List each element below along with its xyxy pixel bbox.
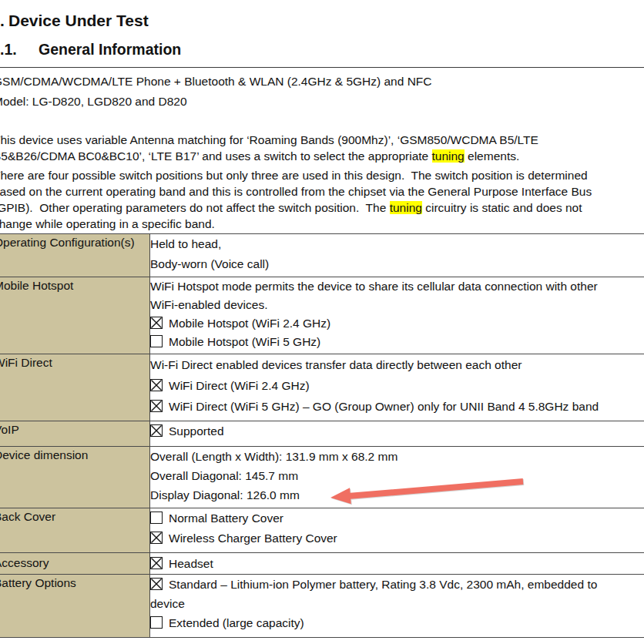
switch-line-1: There are four possible switch positions… [0, 167, 592, 183]
row-label-back-cover: Back Cover [0, 508, 150, 553]
checkbox-checked-icon [150, 400, 163, 412]
subsection-title: General Information [39, 41, 181, 59]
antenna-line-1: This device uses variable Antenna matchi… [0, 132, 538, 148]
highlight-tuning: tuning [432, 149, 465, 163]
value-line: Wi-Fi Direct enabled devices transfer da… [150, 354, 644, 375]
table-row-operating-configurations: Operating Configuration(s) Held to head,… [0, 234, 644, 277]
value-line: WiFi-enabled devices. [150, 296, 644, 314]
checkbox-checked-icon [150, 532, 163, 544]
checkbox-line: Extended (large capacity) [150, 613, 644, 632]
heading-divider [0, 67, 644, 68]
switch-line-3: (GPIB). Other operating parameters do no… [0, 200, 592, 216]
checkbox-label: Supported [169, 424, 224, 438]
switch-line-2: based on the current operating band and … [0, 183, 592, 200]
checkbox-label: WiFi Direct (WiFi 2.4 GHz) [169, 379, 310, 392]
checkbox-unchecked-icon [150, 616, 163, 629]
checkbox-label: Normal Battery Cover [169, 512, 283, 525]
value-line: Overall Diagonal: 145.7 mm [150, 466, 644, 485]
checkbox-label: Standard – Lithium-ion Polymer battery, … [169, 578, 597, 591]
intro-paragraph: GSM/CDMA/WCDMA/LTE Phone + Bluetooth & W… [0, 72, 432, 112]
checkbox-label: Mobile Hotspot (WiFi 5 GHz) [169, 335, 320, 348]
antenna-paragraph: This device uses variable Antenna matchi… [0, 132, 538, 164]
document-sheet: . Device Under Test .1. General Informat… [0, 0, 644, 644]
value-line: Held to head, [150, 234, 644, 254]
row-value-battery-options: Standard – Lithium-ion Polymer battery, … [150, 575, 644, 638]
checkbox-line: Standard – Lithium-ion Polymer battery, … [150, 575, 644, 594]
general-information-table: Operating Configuration(s) Held to head,… [0, 233, 644, 638]
checkbox-checked-icon [150, 317, 163, 329]
highlight-tuning: tuning [390, 201, 422, 214]
checkbox-label: Extended (large capacity) [169, 616, 304, 629]
row-value-device-dimension: Overall (Length x Width): 131.9 mm x 68.… [150, 447, 644, 508]
checkbox-label: Mobile Hotspot (WiFi 2.4 GHz) [169, 317, 330, 330]
checkbox-line: Supported [150, 421, 644, 441]
checkbox-label: WiFi Direct (WiFi 5 GHz) – GO (Group Own… [169, 400, 599, 413]
row-value-mobile-hotspot: WiFi Hotspot mode permits the device to … [150, 277, 644, 354]
model-line: Model: LG-D820, LGD820 and D820 [0, 92, 432, 112]
row-value-back-cover: Normal Battery Cover Wireless Charger Ba… [150, 508, 644, 553]
row-label-device-dimension: Device dimension [0, 447, 150, 508]
checkbox-checked-icon [150, 557, 163, 569]
checkbox-line: Wireless Charger Battery Cover [150, 528, 644, 548]
table-row-mobile-hotspot: Mobile Hotspot WiFi Hotspot mode permits… [0, 277, 644, 354]
switch-paragraph: There are four possible switch positions… [0, 167, 592, 232]
switch-line-4: change while operating in a specific ban… [0, 216, 592, 232]
row-label-wifi-direct: WiFi Direct [0, 354, 150, 421]
table-row-wifi-direct: WiFi Direct Wi-Fi Direct enabled devices… [0, 354, 644, 421]
antenna-line-2: B5&B26/CDMA BC0&BC10’, ‘LTE B17’ and use… [0, 148, 538, 164]
row-label-mobile-hotspot: Mobile Hotspot [0, 277, 150, 354]
row-value-wifi-direct: Wi-Fi Direct enabled devices transfer da… [150, 354, 644, 421]
checkbox-line: Mobile Hotspot (WiFi 5 GHz) [150, 333, 644, 351]
row-label-battery-options: Battery Options [0, 575, 150, 638]
row-label-voip: VoIP [0, 421, 150, 447]
row-value-voip: Supported [150, 421, 644, 447]
value-line: Body-worn (Voice call) [150, 254, 644, 274]
device-type-line: GSM/CDMA/WCDMA/LTE Phone + Bluetooth & W… [0, 72, 432, 92]
row-label-accessory: Accessory [0, 553, 150, 575]
checkbox-checked-icon [150, 424, 163, 437]
checkbox-checked-icon [150, 578, 163, 590]
section-number: . [0, 12, 5, 30]
document-page: . Device Under Test .1. General Informat… [0, 0, 644, 644]
checkbox-line: Mobile Hotspot (WiFi 2.4 GHz) [150, 314, 644, 333]
checkbox-line: WiFi Direct (WiFi 5 GHz) – GO (Group Own… [150, 396, 644, 417]
section-title: Device Under Test [8, 12, 149, 30]
checkbox-label: Headset [169, 557, 213, 570]
table-row-battery-options: Battery Options Standard – Lithium-ion P… [0, 575, 644, 638]
row-value-operating-configurations: Held to head, Body-worn (Voice call) [150, 234, 644, 277]
value-line: WiFi Hotspot mode permits the device to … [150, 277, 644, 296]
checkbox-unchecked-icon [150, 512, 163, 524]
row-value-accessory: Headset [150, 553, 644, 575]
checkbox-line: Normal Battery Cover [150, 508, 644, 528]
table-row-device-dimension: Device dimension Overall (Length x Width… [0, 447, 644, 508]
checkbox-line: WiFi Direct (WiFi 2.4 GHz) [150, 375, 644, 396]
subsection-number: .1. [0, 41, 17, 59]
checkbox-unchecked-icon [150, 335, 163, 347]
row-label-operating-configurations: Operating Configuration(s) [0, 234, 150, 277]
checkbox-label: Wireless Charger Battery Cover [169, 532, 337, 545]
display-diagonal-line: Display Diagonal: 126.0 mm [150, 485, 644, 505]
value-line: device [150, 594, 644, 613]
table-row-accessory: Accessory Headset [0, 553, 644, 575]
table-row-voip: VoIP Supported [0, 421, 644, 447]
value-line: Overall (Length x Width): 131.9 mm x 68.… [150, 447, 644, 466]
checkbox-checked-icon [150, 379, 163, 391]
table-row-back-cover: Back Cover Normal Battery Cover Wireless… [0, 508, 644, 553]
checkbox-line: Headset [150, 554, 644, 574]
